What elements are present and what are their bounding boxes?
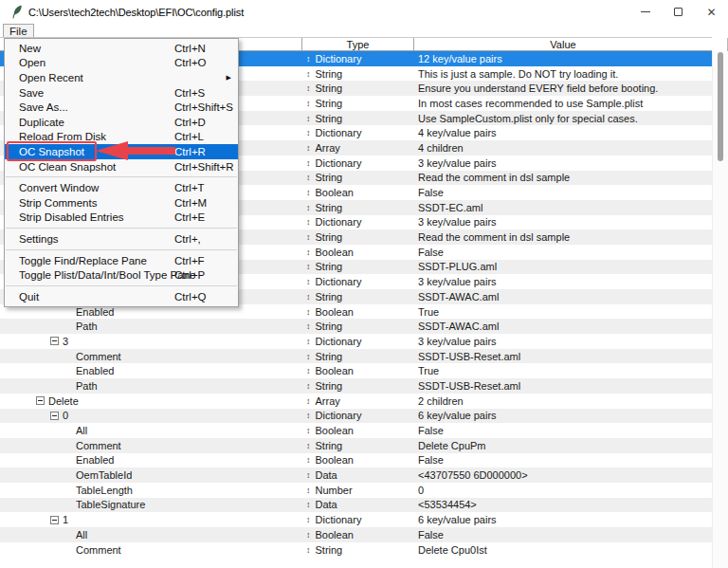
value-cell[interactable]: False	[414, 453, 712, 468]
minimize-button[interactable]	[628, 0, 662, 24]
value-cell[interactable]: SSDT-EC.aml	[414, 200, 712, 215]
type-cell[interactable]: ↕Boolean	[302, 185, 414, 200]
type-cell[interactable]: ↕Data	[302, 498, 414, 513]
menu-item-oc-clean-snapshot[interactable]: OC Clean SnapshotCtrl+Shift+R	[5, 159, 238, 174]
type-cell[interactable]: ↕Boolean	[302, 304, 414, 320]
type-cell[interactable]: ↕Boolean	[302, 423, 414, 438]
key-cell[interactable]: All	[0, 423, 302, 438]
value-cell[interactable]: 3 key/value pairs	[414, 156, 712, 171]
value-cell[interactable]: This is just a sample. Do NOT try loadin…	[414, 66, 712, 82]
collapse-icon[interactable]	[50, 412, 59, 420]
menu-item-new[interactable]: NewCtrl+N	[5, 41, 238, 56]
key-cell[interactable]: Path	[0, 378, 302, 394]
table-row[interactable]: 0↕Dictionary6 key/value pairs	[0, 409, 712, 424]
table-row[interactable]: 1↕Dictionary6 key/value pairs	[0, 512, 712, 527]
vertical-scrollbar[interactable]	[712, 51, 728, 568]
close-button[interactable]: ✕	[695, 0, 728, 24]
value-cell[interactable]: <53534454>	[414, 498, 712, 513]
value-cell[interactable]: SSDT-AWAC.aml	[414, 319, 712, 334]
menu-item-quit[interactable]: QuitCtrl+Q	[5, 289, 238, 304]
menu-item-toggle-plist-data-int-bool-type-pane[interactable]: Toggle Plist/Data/Int/Bool Type PaneCtrl…	[5, 267, 238, 283]
type-cell[interactable]: ↕String	[302, 200, 414, 215]
type-cell[interactable]: ↕String	[302, 111, 414, 126]
key-cell[interactable]: Enabled	[0, 453, 302, 468]
table-row[interactable]: Enabled↕BooleanFalse	[0, 453, 712, 468]
menu-item-open[interactable]: OpenCtrl+O	[5, 56, 238, 71]
type-cell[interactable]: ↕Dictionary	[302, 274, 414, 289]
type-cell[interactable]: ↕Array	[302, 394, 414, 409]
value-cell[interactable]: SSDT-PLUG.aml	[414, 260, 712, 275]
menu-item-strip-comments[interactable]: Strip CommentsCtrl+M	[5, 195, 238, 211]
type-cell[interactable]: ↕Boolean	[302, 245, 414, 260]
value-cell[interactable]: False	[414, 423, 712, 438]
value-cell[interactable]: True	[414, 363, 712, 378]
value-cell[interactable]: 4 children	[414, 140, 712, 156]
menu-item-open-recent[interactable]: Open Recent▶	[5, 70, 238, 85]
type-cell[interactable]: ↕Dictionary	[302, 215, 414, 230]
table-row[interactable]: TableSignature↕Data<53534454>	[0, 498, 712, 513]
type-cell[interactable]: ↕Boolean	[302, 453, 414, 468]
type-cell[interactable]: ↕Boolean	[302, 527, 414, 542]
collapse-icon[interactable]	[50, 516, 59, 524]
scrollbar-thumb[interactable]	[718, 52, 723, 161]
key-cell[interactable]: Comment	[0, 438, 302, 453]
key-cell[interactable]: Delete	[0, 394, 302, 409]
type-cell[interactable]: ↕Dictionary	[302, 125, 414, 140]
type-cell[interactable]: ↕Dictionary	[302, 512, 414, 527]
type-cell[interactable]: ↕Array	[302, 140, 414, 156]
column-header-value[interactable]: Value	[414, 38, 712, 50]
table-row[interactable]: All↕BooleanFalse	[0, 527, 712, 542]
key-cell[interactable]: Comment	[0, 349, 302, 364]
table-row[interactable]: Comment↕StringDelete CpuPm	[0, 438, 712, 453]
type-cell[interactable]: ↕String	[302, 81, 414, 96]
value-cell[interactable]: Use SampleCustom.plist only for special …	[414, 111, 712, 126]
type-cell[interactable]: ↕Data	[302, 467, 414, 483]
value-cell[interactable]: 2 children	[414, 394, 712, 409]
value-cell[interactable]: 3 key/value pairs	[414, 334, 712, 349]
value-cell[interactable]: 12 key/value pairs	[414, 51, 712, 66]
key-cell[interactable]: TableLength	[0, 483, 302, 498]
type-cell[interactable]: ↕Dictionary	[302, 156, 414, 171]
type-cell[interactable]: ↕String	[302, 349, 414, 364]
column-header-type[interactable]: Type	[302, 38, 414, 50]
table-row[interactable]: All↕BooleanFalse	[0, 423, 712, 438]
type-cell[interactable]: ↕String	[302, 66, 414, 82]
collapse-icon[interactable]	[50, 337, 59, 345]
type-cell[interactable]: ↕String	[302, 378, 414, 394]
type-cell[interactable]: ↕Boolean	[302, 363, 414, 378]
type-cell[interactable]: ↕String	[302, 260, 414, 275]
table-row[interactable]: Comment↕StringSSDT-USB-Reset.aml	[0, 349, 712, 364]
menu-item-convert-window[interactable]: Convert WindowCtrl+T	[5, 180, 238, 195]
menubar-item-file[interactable]: File	[3, 24, 34, 38]
value-cell[interactable]: False	[414, 185, 712, 200]
key-cell[interactable]: Comment	[0, 542, 302, 558]
menu-item-duplicate[interactable]: DuplicateCtrl+D	[5, 115, 238, 130]
value-cell[interactable]: In most cases recommended to use Sample.…	[414, 96, 712, 111]
type-cell[interactable]: ↕String	[302, 229, 414, 245]
type-cell[interactable]: ↕String	[302, 438, 414, 453]
table-row[interactable]: TableLength↕Number0	[0, 483, 712, 498]
type-cell[interactable]: ↕String	[302, 96, 414, 111]
value-cell[interactable]: Read the comment in dsl sample	[414, 229, 712, 245]
type-cell[interactable]: ↕String	[302, 289, 414, 304]
value-cell[interactable]: True	[414, 304, 712, 320]
type-cell[interactable]: ↕Number	[302, 483, 414, 498]
key-cell[interactable]: OemTableId	[0, 467, 302, 483]
value-cell[interactable]: Delete CpuPm	[414, 438, 712, 453]
value-cell[interactable]: SSDT-USB-Reset.aml	[414, 349, 712, 364]
value-cell[interactable]: Delete Cpu0Ist	[414, 542, 712, 558]
value-cell[interactable]: False	[414, 245, 712, 260]
key-cell[interactable]: Enabled	[0, 363, 302, 378]
table-row[interactable]: Delete↕Array2 children	[0, 394, 712, 409]
key-cell[interactable]: 1	[0, 512, 302, 527]
value-cell[interactable]: SSDT-AWAC.aml	[414, 289, 712, 304]
key-cell[interactable]: 3	[0, 334, 302, 349]
value-cell[interactable]: 4 key/value pairs	[414, 125, 712, 140]
table-row[interactable]: Path↕StringSSDT-AWAC.aml	[0, 319, 712, 334]
key-cell[interactable]: All	[0, 527, 302, 542]
table-row[interactable]: Enabled↕BooleanTrue	[0, 363, 712, 378]
menu-item-toggle-find-replace-pane[interactable]: Toggle Find/Replace PaneCtrl+F	[5, 253, 238, 268]
type-cell[interactable]: ↕Dictionary	[302, 334, 414, 349]
key-cell[interactable]: TableSignature	[0, 498, 302, 513]
value-cell[interactable]: <43707550 6D000000>	[414, 467, 712, 483]
